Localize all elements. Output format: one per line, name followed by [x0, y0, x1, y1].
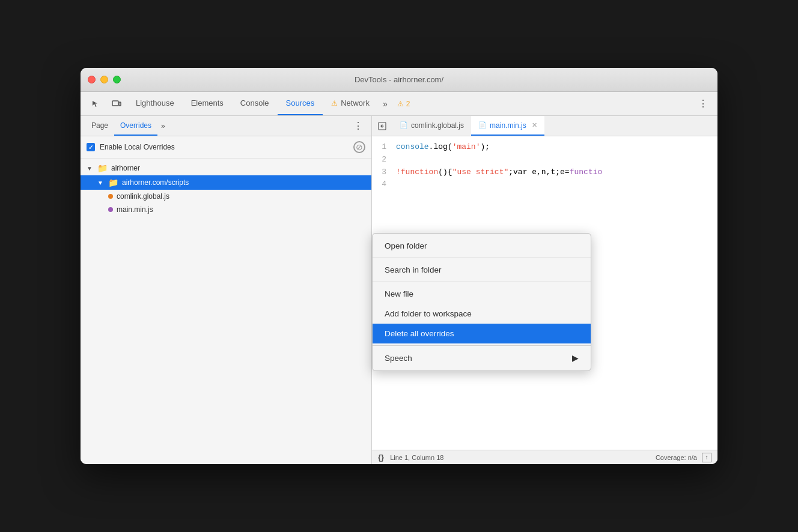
tab-network[interactable]: ⚠ Network	[323, 92, 378, 115]
left-panel-menu-button[interactable]: ⋮	[350, 120, 367, 131]
format-button[interactable]: {}	[378, 453, 384, 462]
file-label-comlink: comlink.global.js	[117, 192, 169, 201]
status-bar: {} Line 1, Column 18 Coverage: n/a ↑	[372, 450, 717, 464]
devtools-toolbar: Lighthouse Elements Console Sources ⚠ Ne…	[81, 92, 717, 116]
folder-icon: 📁	[108, 178, 118, 187]
file-label-main: main.min.js	[117, 205, 153, 214]
left-panel-tabs: Page Overrides » ⋮	[81, 116, 371, 136]
ctx-open-folder[interactable]: Open folder	[373, 236, 591, 256]
tab-console[interactable]: Console	[232, 92, 278, 115]
file-dot-icon	[108, 207, 113, 212]
enable-overrides-row: Enable Local Overrides	[81, 136, 371, 159]
svg-rect-0	[112, 101, 118, 106]
ctx-separator-1	[373, 258, 591, 258]
enable-overrides-checkbox[interactable]	[87, 143, 95, 151]
window-title: DevTools - airhorner.com/	[355, 75, 443, 84]
tab-back-button[interactable]	[372, 122, 392, 130]
cursor-icon[interactable]	[85, 92, 106, 115]
code-line-1: 1 console.log('main');	[372, 141, 717, 154]
close-button[interactable]	[88, 76, 96, 83]
left-panel-more-button[interactable]: »	[157, 122, 169, 130]
file-tabs: 📄 comlink.global.js 📄 main.min.js ✕	[372, 116, 717, 136]
tab-comlink[interactable]: 📄 comlink.global.js	[392, 116, 471, 136]
file-item-main[interactable]: main.min.js	[81, 203, 371, 216]
code-line-3: 3 !function(){"use strict";var e,n,t;e=f…	[372, 166, 717, 179]
expand-arrow: ▼	[87, 165, 94, 172]
context-menu: Open folder Search in folder New file Ad…	[372, 233, 591, 371]
file-tab-icon-comlink: 📄	[400, 121, 408, 129]
ctx-search-in-folder[interactable]: Search in folder	[373, 260, 591, 280]
main-area: Page Overrides » ⋮ Enable Local Override…	[81, 116, 717, 464]
tab-main[interactable]: 📄 main.min.js ✕	[471, 116, 544, 136]
file-tab-icon-main: 📄	[478, 121, 487, 129]
ctx-delete-all-overrides[interactable]: Delete all overrides	[373, 324, 591, 343]
line-number: 1	[372, 141, 396, 154]
warning-icon: ⚠	[331, 99, 338, 107]
ctx-new-file[interactable]: New file	[373, 284, 591, 304]
line-number: 3	[372, 166, 396, 179]
code-line-2: 2	[372, 154, 717, 166]
folder-icon: 📁	[97, 163, 108, 173]
coverage-icon[interactable]: ↑	[702, 453, 711, 462]
minimize-button[interactable]	[100, 76, 108, 83]
child-folder-label: airhorner.com/scripts	[122, 178, 189, 187]
coverage-section: Coverage: n/a ↑	[656, 453, 711, 462]
tab-overrides[interactable]: Overrides	[114, 116, 157, 136]
root-folder-label: airhorner	[111, 164, 140, 172]
tab-elements[interactable]: Elements	[183, 92, 232, 115]
file-dot-icon	[108, 194, 113, 199]
tab-close-button[interactable]: ✕	[532, 121, 537, 129]
line-content	[396, 178, 717, 191]
traffic-lights	[88, 76, 121, 83]
ctx-speech[interactable]: Speech ▶	[373, 348, 591, 368]
tab-main-label: main.min.js	[490, 121, 526, 130]
tab-page[interactable]: Page	[85, 116, 114, 136]
device-icon[interactable]	[106, 92, 127, 115]
left-panel: Page Overrides » ⋮ Enable Local Override…	[81, 116, 372, 464]
more-tabs-button[interactable]: »	[378, 92, 392, 115]
ctx-add-folder-to-workspace[interactable]: Add folder to workspace	[373, 304, 591, 324]
ctx-submenu-arrow: ▶	[572, 353, 579, 363]
title-bar: DevTools - airhorner.com/	[81, 68, 717, 92]
devtools-window: DevTools - airhorner.com/ Lighthouse Ele…	[81, 68, 717, 464]
clear-overrides-button[interactable]	[353, 141, 365, 153]
badge-warning-icon: ⚠	[397, 100, 404, 108]
file-tree: ▼ 📁 airhorner ▼ 📁 airhorner.com/scripts …	[81, 159, 371, 464]
devtools-menu-button[interactable]: ⋮	[693, 92, 713, 115]
tab-comlink-label: comlink.global.js	[411, 121, 464, 130]
maximize-button[interactable]	[113, 76, 121, 83]
file-item-comlink[interactable]: comlink.global.js	[81, 190, 371, 203]
tab-lighthouse[interactable]: Lighthouse	[127, 92, 183, 115]
coverage-label: Coverage: n/a	[656, 454, 697, 461]
ctx-separator-3	[373, 345, 591, 346]
ctx-separator-2	[373, 282, 591, 282]
enable-overrides-label: Enable Local Overrides	[100, 143, 349, 151]
line-content: !function(){"use strict";var e,n,t;e=fun…	[396, 166, 717, 179]
line-content	[396, 154, 717, 166]
warning-badge: ⚠ 2	[392, 92, 415, 115]
cursor-position: Line 1, Column 18	[390, 454, 443, 461]
code-line-4: 4	[372, 178, 717, 191]
root-folder-item[interactable]: ▼ 📁 airhorner	[81, 161, 371, 175]
line-number: 4	[372, 178, 396, 191]
child-folder-item[interactable]: ▼ 📁 airhorner.com/scripts	[81, 175, 371, 190]
expand-arrow: ▼	[97, 180, 105, 186]
svg-rect-1	[119, 102, 121, 106]
line-number: 2	[372, 154, 396, 166]
line-content: console.log('main');	[396, 141, 717, 154]
tab-sources[interactable]: Sources	[278, 92, 323, 115]
